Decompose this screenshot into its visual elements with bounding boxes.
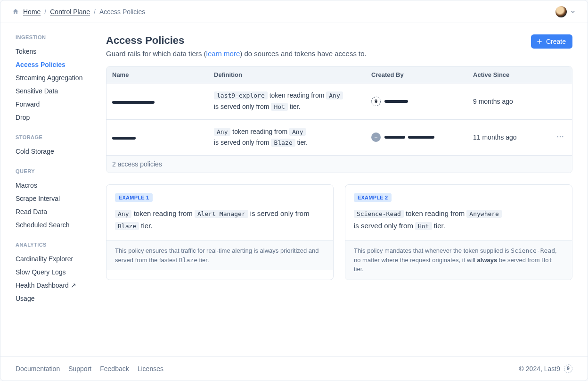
chevron-down-icon <box>570 8 576 15</box>
avatar <box>555 6 567 17</box>
page-subtitle: Guard rails for which data tiers (learn … <box>106 50 367 58</box>
plus-icon <box>536 38 543 45</box>
redacted-name <box>112 101 155 104</box>
breadcrumb-current: Access Policies <box>99 8 145 16</box>
footer-link-documentation[interactable]: Documentation <box>16 365 60 373</box>
learn-more-link[interactable]: learn more <box>206 50 240 58</box>
breadcrumb-sep: / <box>44 8 46 16</box>
definition-line: Any token reading from Any <box>214 126 366 138</box>
create-button[interactable]: Create <box>531 34 572 49</box>
copyright: © 2024, Last9 <box>519 365 560 373</box>
tier-chip: Blaze <box>115 222 139 230</box>
definition-line: is served only from Hot tier. <box>214 101 366 113</box>
page-header: Access Policies Guard rails for which da… <box>106 34 572 58</box>
tier-chip: Blaze <box>271 139 295 147</box>
table-footer: 2 access policies <box>106 155 572 173</box>
breadcrumb: Home / Control Plane / Access Policies <box>12 8 145 16</box>
svg-point-3 <box>557 136 558 137</box>
svg-rect-2 <box>375 137 377 138</box>
sidebar-section-title: ANALYTICS <box>16 242 95 248</box>
example-definition: Science-Read token reading from Anywhere… <box>354 207 564 232</box>
footer-link-support[interactable]: Support <box>68 365 91 373</box>
sidebar-item-usage[interactable]: Usage <box>16 292 95 305</box>
created-by <box>371 133 467 142</box>
footer-link-feedback[interactable]: Feedback <box>100 365 129 373</box>
example-card-2: EXAMPLE 2 Science-Read token reading fro… <box>345 184 572 280</box>
create-label: Create <box>546 38 566 45</box>
source-chip: Alert Manager <box>195 210 248 218</box>
ellipsis-icon <box>556 133 564 141</box>
system-badge-icon <box>371 133 381 142</box>
example-footnote: This policy mandates that whenever the t… <box>345 240 572 280</box>
sidebar-item-slow-query-logs[interactable]: Slow Query Logs <box>16 265 95 279</box>
topbar: Home / Control Plane / Access Policies <box>0 0 588 23</box>
source-chip: Anywhere <box>466 210 502 218</box>
th-name: Name <box>112 71 214 78</box>
sidebar-section-title: STORAGE <box>16 134 95 140</box>
sidebar-item-sensitive-data[interactable]: Sensitive Data <box>16 84 95 98</box>
source-chip: Any <box>326 91 343 99</box>
redacted-name <box>112 137 136 140</box>
table-row[interactable]: last9-explore token reading from Anyis s… <box>106 83 572 119</box>
sidebar-section-title: QUERY <box>16 168 95 174</box>
main: Access Policies Guard rails for which da… <box>95 23 588 356</box>
sidebar-item-scrape-interval[interactable]: Scrape Interval <box>16 192 95 205</box>
created-by: 9 <box>371 97 467 106</box>
definition-line: is served only from Blaze tier. <box>214 137 366 149</box>
token-chip: last9-explore <box>214 91 268 99</box>
user-menu[interactable] <box>555 6 576 17</box>
footer: Documentation Support Feedback Licenses … <box>0 356 588 381</box>
active-since: 11 months ago <box>473 133 547 141</box>
tier-chip: Hot <box>415 222 432 230</box>
th-active-since: Active Since <box>473 71 547 78</box>
sidebar-item-tokens[interactable]: Tokens <box>16 45 95 58</box>
active-since: 9 months ago <box>473 98 547 105</box>
source-chip: Any <box>289 128 306 136</box>
th-created-by: Created By <box>371 71 473 78</box>
table-row[interactable]: Any token reading from Anyis served only… <box>106 119 572 156</box>
token-chip: Science-Read <box>354 210 404 218</box>
example-tag: EXAMPLE 1 <box>115 193 153 202</box>
home-icon[interactable] <box>12 8 19 16</box>
example-footnote: This policy ensures that traffic for rea… <box>106 240 333 270</box>
subtitle-pre: Guard rails for which data tiers ( <box>106 50 206 58</box>
sidebar-item-drop[interactable]: Drop <box>16 111 95 124</box>
sidebar-item-read-data[interactable]: Read Data <box>16 205 95 218</box>
sidebar-section-title: INGESTION <box>16 34 95 40</box>
footer-links: Documentation Support Feedback Licenses <box>16 365 163 373</box>
sidebar-item-access-policies[interactable]: Access Policies <box>16 58 95 71</box>
redacted-user <box>408 136 434 139</box>
redacted-user <box>384 100 408 103</box>
sidebar: INGESTIONTokensAccess PoliciesStreaming … <box>0 23 95 356</box>
breadcrumb-home[interactable]: Home <box>23 8 41 16</box>
breadcrumb-control-plane[interactable]: Control Plane <box>50 8 90 16</box>
brand-badge-icon: 9 <box>371 97 381 106</box>
example-tag: EXAMPLE 2 <box>354 193 392 202</box>
token-chip: Any <box>214 128 230 136</box>
brand-logo-icon: 9 <box>564 364 572 373</box>
policies-table: Name Definition Created By Active Since … <box>106 66 572 173</box>
definition-line: last9-explore token reading from Any <box>214 90 366 101</box>
sidebar-item-streaming-aggregation[interactable]: Streaming Aggregation <box>16 71 95 84</box>
svg-point-4 <box>560 136 561 137</box>
example-card-1: EXAMPLE 1 Any token reading from Alert M… <box>106 184 334 280</box>
th-definition: Definition <box>214 71 371 78</box>
sidebar-item-cardinality-explorer[interactable]: Cardinality Explorer <box>16 252 95 265</box>
svg-point-5 <box>562 136 563 137</box>
sidebar-item-forward[interactable]: Forward <box>16 98 95 111</box>
footer-link-licenses[interactable]: Licenses <box>138 365 163 373</box>
breadcrumb-sep: / <box>94 8 96 16</box>
token-chip: Any <box>115 210 131 218</box>
sidebar-item-macros[interactable]: Macros <box>16 179 95 192</box>
sidebar-item-cold-storage[interactable]: Cold Storage <box>16 145 95 158</box>
subtitle-post: ) do sources and tokens have access to. <box>240 50 366 58</box>
footer-right: © 2024, Last9 9 <box>519 364 572 373</box>
examples-row: EXAMPLE 1 Any token reading from Alert M… <box>106 184 572 280</box>
tier-chip: Hot <box>271 103 287 111</box>
example-definition: Any token reading from Alert Manager is … <box>115 207 325 232</box>
row-actions-button[interactable] <box>554 133 566 144</box>
page-title: Access Policies <box>106 34 367 47</box>
table-header: Name Definition Created By Active Since <box>106 66 572 83</box>
sidebar-item-health-dashboard-[interactable]: Health Dashboard ↗ <box>16 279 95 292</box>
sidebar-item-scheduled-search[interactable]: Scheduled Search <box>16 218 95 232</box>
